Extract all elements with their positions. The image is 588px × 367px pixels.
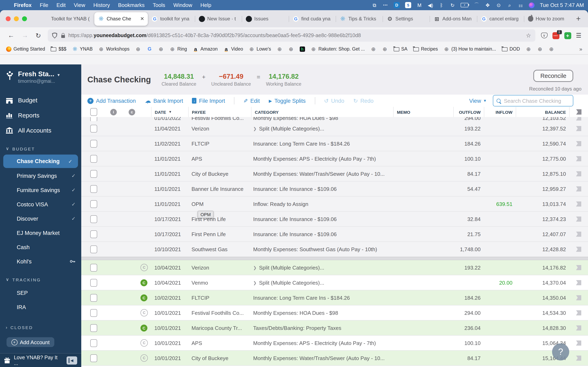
flag-icon[interactable] <box>576 355 581 361</box>
browser-tab[interactable]: ⊞ Add-ons Man <box>430 12 477 25</box>
bookmark-item[interactable]: Getting Started <box>3 46 48 52</box>
cleared-circle-icon[interactable]: C <box>140 324 147 331</box>
transaction-row[interactable]: 10/17/2021 First Penn Life Insurance: Li… <box>81 227 588 242</box>
menu-item-window[interactable]: Window <box>169 2 196 8</box>
control-center-icon[interactable]: ⚏ <box>518 2 523 8</box>
spotlight-icon[interactable]: ⌕ <box>507 2 512 8</box>
add-account-button[interactable]: + Add Account <box>7 337 54 347</box>
move-icon[interactable]: ✥ <box>485 2 490 8</box>
deepl-icon[interactable]: D <box>394 2 400 8</box>
bookmark-item[interactable]: ⊕ <box>546 46 557 52</box>
browser-tab[interactable]: How to zoom <box>524 12 571 25</box>
sidebar-account-ira[interactable]: IRA <box>0 300 81 314</box>
transaction-row[interactable]: 01/01/2022 Festival Foothills Co... Mont… <box>81 117 588 121</box>
tracking-protection-shield-icon[interactable] <box>52 33 57 39</box>
bluetooth-icon[interactable]: ᛒ <box>439 2 444 8</box>
help-button[interactable]: ? <box>552 343 569 360</box>
row-checkbox[interactable] <box>90 309 97 317</box>
toggle-splits-button[interactable]: ▶Toggle Splits <box>269 98 306 104</box>
column-header-outflow[interactable]: OUTFLOW <box>453 107 484 117</box>
browser-tab[interactable]: ⚙ Settings <box>383 12 430 25</box>
flag-icon[interactable] <box>576 117 581 120</box>
transaction-row[interactable]: 11/01/2021 APS Monthly Expenses: APS - E… <box>81 151 588 166</box>
flag-icon[interactable] <box>576 126 581 131</box>
menu-item-help[interactable]: Help <box>196 2 216 8</box>
flag-icon[interactable] <box>576 247 581 252</box>
zoom-window-button[interactable] <box>22 16 27 21</box>
undo-button[interactable]: ↺Undo <box>324 98 344 104</box>
pocket-icon[interactable]: ∨ <box>541 33 547 38</box>
search-input[interactable] <box>503 97 570 104</box>
menu-item-bookmarks[interactable]: Bookmarks <box>114 2 149 8</box>
browser-tab[interactable]: Issues <box>242 12 289 25</box>
flag-icon[interactable] <box>576 295 581 300</box>
bookmark-item[interactable]: a Amazon <box>190 46 221 52</box>
extension-red-icon[interactable]: •••1 <box>552 32 559 39</box>
split-chevron-icon[interactable]: ❯ <box>253 126 257 131</box>
browser-tab[interactable]: Toolkit for YNAB ( <box>47 12 94 25</box>
bookmark-item[interactable]: ⊕ <box>155 46 167 52</box>
uncleared-circle-icon[interactable]: C <box>140 354 148 362</box>
row-checkbox[interactable] <box>90 117 97 121</box>
url-field[interactable]: https://app.youneedabudget.com/d6913825-… <box>48 29 535 42</box>
flag-icon[interactable] <box>576 325 581 331</box>
flag-icon[interactable] <box>576 340 581 346</box>
uncleared-circle-icon[interactable]: C <box>140 309 148 317</box>
close-window-button[interactable] <box>6 16 11 21</box>
bookmark-item[interactable]: ⊕ <box>379 46 390 52</box>
browser-tab[interactable]: ❋ Chase Che ✕ <box>94 12 148 25</box>
bookmark-item[interactable]: ⊕ <box>274 46 285 52</box>
tab-close-icon[interactable]: ✕ <box>140 16 144 22</box>
sidebar-item-budget[interactable]: Budget <box>0 92 81 108</box>
flag-icon[interactable] <box>576 265 581 270</box>
transaction-row[interactable]: 11/01/2021 OPM Inflow: Ready to Assign 6… <box>81 197 588 212</box>
sidebar-account-costco-visa[interactable]: Costco VISA ✓ <box>0 197 81 211</box>
budget-switcher[interactable]: Fresh Sta...▼ timorrino@gmai... <box>0 64 81 83</box>
menu-clock[interactable]: Tue Oct 5 7:47 AM <box>540 2 584 8</box>
bookmark-item[interactable]: ⊕ (3) How to maintain... <box>441 46 499 52</box>
column-header-payee[interactable]: PAYEE <box>188 107 251 117</box>
info-icon[interactable]: i <box>110 109 117 115</box>
flag-icon[interactable] <box>576 216 581 222</box>
siri-icon[interactable] <box>529 2 535 8</box>
row-checkbox[interactable] <box>90 215 97 223</box>
sidebar-account-kohl-s[interactable]: Kohl's <box>0 254 81 268</box>
bookmark-item[interactable]: ⊕ Rakuten: Shop. Get ... <box>308 46 368 52</box>
menu-item-file[interactable]: File <box>36 2 52 8</box>
bookmark-item[interactable]: ❋ YNAB <box>69 46 95 52</box>
reload-button[interactable]: ↻ <box>35 32 41 39</box>
transaction-row[interactable]: 10/10/2021 Southwest Gas Monthly Expense… <box>81 242 588 257</box>
extension-green-icon[interactable]: + <box>564 32 571 39</box>
calendar-5-icon[interactable]: 5 <box>405 2 411 8</box>
column-header-balance[interactable]: BALANCE <box>516 107 569 117</box>
row-checkbox[interactable] <box>90 339 97 347</box>
flag-icon[interactable] <box>576 201 581 207</box>
bookmark-star-icon[interactable]: ☆ <box>526 32 531 39</box>
transaction-row[interactable]: 11/01/2021 City of Buckeye Monthly Expen… <box>81 166 588 182</box>
bookmark-item[interactable]: h <box>297 46 308 52</box>
menu-hamburger-icon[interactable]: ☰ <box>576 32 581 39</box>
bookmark-item[interactable]: ⊕ <box>534 46 546 52</box>
sync-icon[interactable]: ↻ <box>450 2 455 8</box>
sidebar-account-discover[interactable]: Discover ✓ <box>0 212 81 225</box>
transaction-row[interactable]: 10/17/2021 First Penn Life Insurance: Li… <box>81 212 588 227</box>
menu-item-firefox[interactable]: Firefox <box>10 2 36 8</box>
bookmark-item[interactable]: SA <box>390 47 410 51</box>
reconcile-button[interactable]: Reconcile <box>534 70 573 82</box>
split-chevron-icon[interactable]: ❯ <box>253 265 257 270</box>
menu-item-tools[interactable]: Tools <box>149 2 169 8</box>
transaction-row[interactable]: 11/04/2021 Verizon ❯ Split (Multiple Cat… <box>81 121 588 136</box>
bookmark-item[interactable]: $$$ <box>48 47 69 51</box>
sidebar-account-primary-savings[interactable]: Primary Savings ✓ <box>0 169 81 183</box>
transaction-row[interactable]: C 10/04/2021 Verizon ❯ Split (Multiple C… <box>81 260 588 275</box>
volume-icon[interactable]: ◀) <box>428 2 433 8</box>
cleared-icon[interactable]: c <box>129 109 135 115</box>
bookmark-item[interactable]: ⊕ <box>523 46 534 52</box>
sidebar-account-cash[interactable]: Cash <box>0 240 81 254</box>
bookmark-item[interactable]: ⊕ <box>285 46 297 52</box>
uncleared-circle-icon[interactable]: C <box>140 264 148 271</box>
bookmarks-overflow-chevron[interactable]: » <box>577 46 585 52</box>
bookmark-item[interactable]: ⊕ <box>132 46 144 52</box>
sidebar-item-all-accounts[interactable]: All Accounts <box>0 123 81 138</box>
cleared-circle-icon[interactable]: C <box>140 279 147 286</box>
